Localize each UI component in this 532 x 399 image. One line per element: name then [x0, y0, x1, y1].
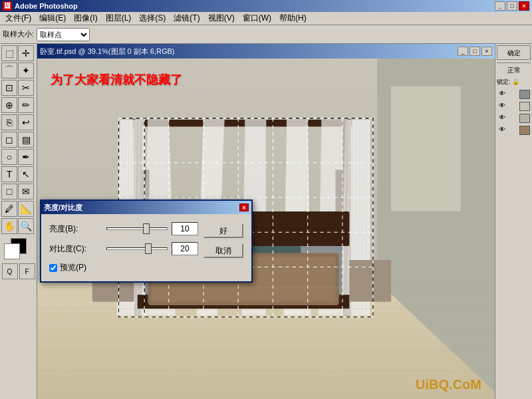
contrast-thumb[interactable] — [145, 243, 152, 254]
menu-image[interactable]: 图像(I) — [70, 11, 101, 25]
tool-eyedropper[interactable]: 🖉 — [1, 201, 17, 217]
right-panel: 确定 正常 锁定: 🔒 👁 👁 👁 👁 — [495, 44, 532, 399]
app-title: Adobe Photoshop — [15, 2, 78, 10]
tool-quick-mask[interactable]: Q — [2, 263, 18, 279]
preview-row: 预览(P) — [49, 262, 198, 273]
brightness-input[interactable] — [172, 222, 198, 235]
layer-eye-1[interactable]: 👁 — [497, 102, 507, 111]
layer-thumb-0 — [519, 90, 530, 99]
svg-rect-3 — [391, 86, 460, 211]
layer-eye-3[interactable]: 👁 — [497, 126, 507, 135]
doc-titlebar: 卧室.tif.psd @ 39.1%(图层 0 副本 6,RGB) _ □ × — [37, 44, 495, 59]
tool-history-brush[interactable]: ↩ — [18, 114, 34, 130]
layer-row-2[interactable]: 👁 — [497, 113, 531, 124]
tool-magic-wand[interactable]: ✦ — [18, 63, 34, 78]
tool-hand[interactable]: ✋ — [1, 218, 17, 234]
watermark: UiBQ.CoM — [416, 377, 481, 392]
contrast-slider[interactable] — [106, 242, 168, 255]
tool-crop[interactable]: ⊡ — [1, 80, 17, 96]
brightness-contrast-dialog: 亮度/对比度 × 亮度(B): 对比度(C): — [40, 200, 253, 283]
brightness-track — [106, 227, 168, 230]
doc-close-btn[interactable]: × — [481, 47, 492, 56]
tool-slice[interactable]: ✂ — [18, 80, 34, 96]
menu-file[interactable]: 文件(F) — [1, 11, 35, 25]
bc-dialog-titlebar: 亮度/对比度 × — [41, 201, 251, 214]
maximize-btn[interactable]: □ — [507, 1, 517, 11]
doc-minimize-btn[interactable]: _ — [458, 47, 468, 56]
blend-mode-label: 正常 — [497, 66, 531, 75]
brightness-row: 亮度(B): — [49, 222, 198, 235]
tool-stamp[interactable]: ⎘ — [1, 114, 17, 130]
tool-type[interactable]: T — [1, 166, 17, 182]
contrast-input[interactable] — [172, 242, 198, 255]
layer-row-3[interactable]: 👁 — [497, 125, 531, 136]
tool-shape[interactable]: □ — [1, 184, 17, 200]
sample-size-select[interactable]: 取样点 3x3平均 5x5平均 — [37, 28, 90, 41]
preview-checkbox[interactable] — [49, 264, 57, 272]
tool-full-screen[interactable]: F — [19, 263, 35, 279]
bc-dialog-title: 亮度/对比度 — [44, 203, 82, 213]
left-toolbar: ⬚ ✛ ⌒ ✦ ⊡ ✂ ⊕ ✏ ⎘ ↩ ◻ ▤ ○ ✒ T ↖ — [0, 44, 37, 399]
layer-row-0[interactable]: 👁 — [497, 89, 531, 100]
tool-notes[interactable]: ✉ — [18, 184, 34, 200]
svg-rect-40 — [349, 260, 391, 302]
tool-zoom[interactable]: 🔍 — [18, 218, 34, 234]
tool-move[interactable]: ✛ — [18, 45, 34, 61]
layer-eye-2[interactable]: 👁 — [497, 114, 507, 123]
menu-window[interactable]: 窗口(W) — [239, 11, 275, 25]
tool-eraser[interactable]: ◻ — [1, 132, 17, 148]
sample-size-label: 取样大小: — [3, 29, 34, 39]
bc-ok-btn[interactable]: 好 — [203, 223, 243, 238]
menu-edit[interactable]: 编辑(E) — [35, 11, 70, 25]
menu-filter[interactable]: 滤镜(T) — [170, 11, 203, 25]
preview-label: 预览(P) — [60, 262, 86, 273]
tool-path-select[interactable]: ↖ — [18, 166, 34, 182]
tool-brush[interactable]: ✏ — [18, 97, 34, 113]
menu-layer[interactable]: 图层(L) — [102, 11, 136, 25]
color-swatches[interactable] — [4, 238, 33, 261]
brightness-slider[interactable] — [106, 222, 168, 235]
menu-select[interactable]: 选择(S) — [135, 11, 170, 25]
title-bar: 🖼 Adobe Photoshop _ □ × — [0, 0, 532, 12]
layer-thumb-1 — [519, 102, 530, 111]
menu-bar: 文件(F) 编辑(E) 图像(I) 图层(L) 选择(S) 滤镜(T) 视图(V… — [0, 12, 532, 25]
brightness-thumb[interactable] — [143, 223, 150, 234]
layer-eye-0[interactable]: 👁 — [497, 90, 507, 99]
tool-measure[interactable]: 📐 — [18, 201, 34, 217]
app-icon: 🖼 — [3, 1, 12, 11]
bc-cancel-btn[interactable]: 取消 — [203, 243, 243, 258]
tool-pen[interactable]: ✒ — [18, 149, 34, 165]
confirm-btn[interactable]: 确定 — [497, 45, 531, 60]
menu-view[interactable]: 视图(V) — [204, 11, 239, 25]
layer-thumb-3 — [519, 126, 530, 135]
options-bar: 取样大小: 取样点 3x3平均 5x5平均 — [0, 25, 532, 44]
doc-maximize-btn[interactable]: □ — [469, 47, 480, 56]
contrast-track — [106, 247, 168, 250]
bc-dialog-content: 亮度(B): 对比度(C): — [41, 214, 251, 281]
minimize-btn[interactable]: _ — [495, 1, 505, 11]
tool-marquee[interactable]: ⬚ — [1, 45, 17, 61]
tool-heal[interactable]: ⊕ — [1, 97, 17, 113]
doc-title: 卧室.tif.psd @ 39.1%(图层 0 副本 6,RGB) — [40, 47, 175, 57]
tool-dodge[interactable]: ○ — [1, 149, 17, 165]
close-btn[interactable]: × — [519, 1, 529, 11]
bc-close-btn[interactable]: × — [239, 203, 249, 211]
tool-lasso[interactable]: ⌒ — [1, 63, 17, 78]
layer-thumb-2 — [519, 114, 530, 123]
contrast-row: 对比度(C): — [49, 242, 198, 255]
layer-row-1[interactable]: 👁 — [497, 101, 531, 112]
contrast-label: 对比度(C): — [49, 243, 102, 255]
menu-help[interactable]: 帮助(H) — [275, 11, 311, 25]
brightness-label: 亮度(B): — [49, 223, 102, 235]
lock-label: 锁定: 🔒 — [497, 78, 531, 86]
tool-gradient[interactable]: ▤ — [18, 132, 34, 148]
